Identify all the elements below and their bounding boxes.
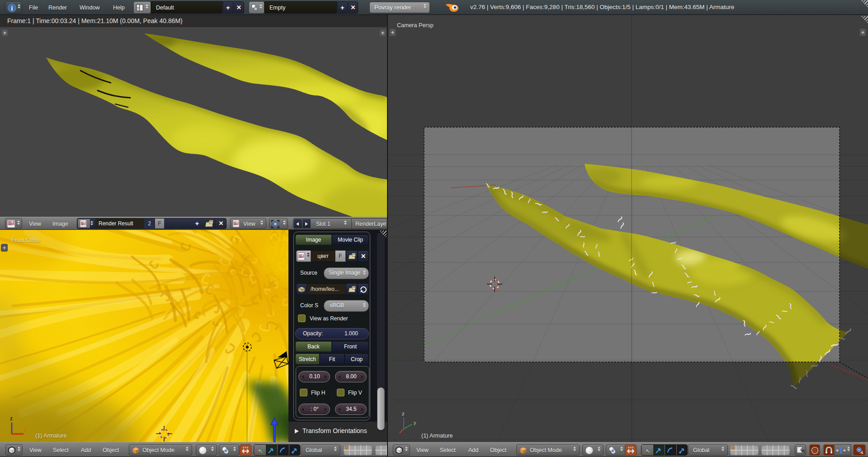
svg-text:x: x (24, 427, 26, 433)
svg-text:y: y (414, 420, 416, 425)
svg-text:i: i (11, 5, 13, 12)
svg-text:z: z (402, 411, 405, 416)
svg-text:z: z (10, 415, 13, 422)
